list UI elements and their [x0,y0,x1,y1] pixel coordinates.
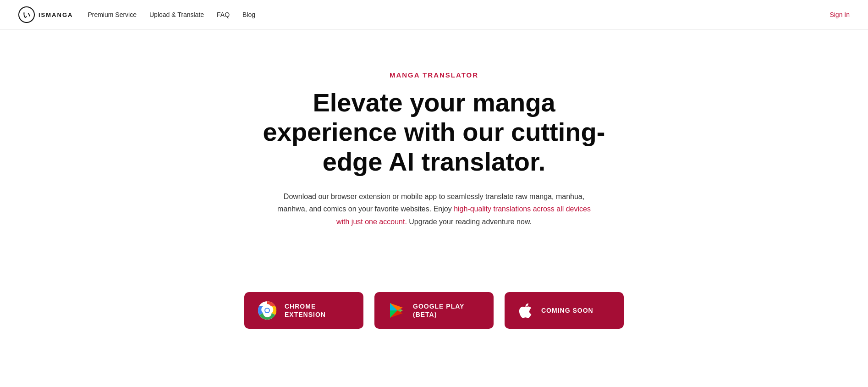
nav-upload-translate[interactable]: Upload & Translate [149,11,204,18]
nav-links: Premium Service Upload & Translate FAQ B… [88,11,255,18]
apple-icon [517,302,534,319]
logo[interactable]: い ISMANGA [18,6,73,23]
svg-text:い: い [23,11,30,19]
apple-button-label: COMING SOON [541,306,593,315]
hero-title: Elevate your manga experience with our c… [246,88,622,177]
nav-premium-service[interactable]: Premium Service [88,11,137,18]
navbar: い ISMANGA Premium Service Upload & Trans… [0,0,868,30]
chrome-icon [257,300,277,321]
hero-section: MANGA TRANSLATOR Elevate your manga expe… [0,30,868,255]
apple-button[interactable]: COMING SOON [505,292,624,329]
svg-point-5 [265,309,269,312]
nav-blog[interactable]: Blog [242,11,255,18]
store-buttons-row: CHROME EXTENSION GOOGLE PLAY (BETA) [0,292,868,329]
logo-icon: い [18,6,35,23]
google-play-button[interactable]: GOOGLE PLAY (BETA) [374,292,494,329]
hero-subtitle-end: Upgrade your reading adventure now. [407,218,532,226]
nav-faq[interactable]: FAQ [217,11,230,18]
hero-subtitle: Download our browser extension or mobile… [274,190,594,228]
signin-link[interactable]: Sign In [830,11,850,18]
google-play-icon [387,301,406,320]
hero-eyebrow: MANGA TRANSLATOR [390,71,478,79]
chrome-button-label: CHROME EXTENSION [285,302,351,319]
chrome-extension-button[interactable]: CHROME EXTENSION [244,292,363,329]
logo-text: ISMANGA [38,11,73,18]
google-play-button-label: GOOGLE PLAY (BETA) [413,302,481,319]
